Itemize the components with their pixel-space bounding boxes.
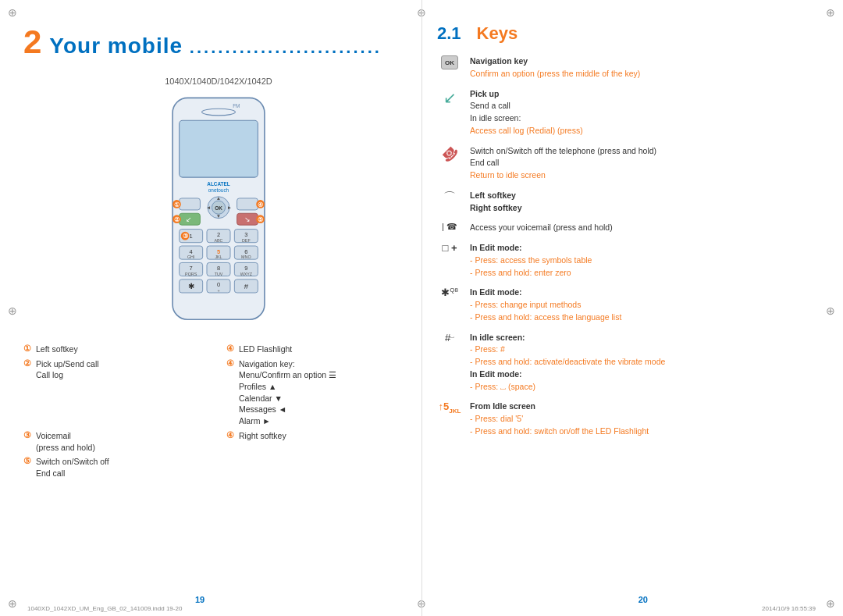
key-desc-hash: In idle screen: - Press: # - Press and h… (470, 332, 665, 393)
key-entry-vm: | ☎ Access your voicemail (press and hol… (437, 222, 820, 234)
end-call-icon: ☎ (437, 141, 461, 166)
left-page: 2 Your mobile ..........................… (23, 23, 414, 593)
annotation-2: ② Pick up/Send callCall log (23, 358, 211, 427)
key-desc-call: Pick up Send a call In idle screen: Acce… (470, 88, 583, 137)
key-desc-softleft: Left softkey Right softkey (470, 190, 522, 215)
key-desc-end: Switch on/Switch off the telephone (pres… (470, 145, 656, 182)
softleft-icon: ⌒ (443, 190, 456, 206)
phone-annotations: ① Left softkey ④ LED Flashlight ② Pick u… (23, 344, 414, 479)
key-entry-hash: #⎵ In idle screen: - Press: # - Press an… (437, 332, 820, 393)
svg-rect-3 (180, 120, 258, 177)
svg-text:PQRS: PQRS (185, 272, 197, 276)
svg-rect-6 (180, 198, 201, 210)
star-icon: ✱Q8 (441, 287, 458, 298)
chapter-title: Your mobile ........................... (49, 34, 382, 59)
section-number: 2.1 (437, 23, 461, 44)
svg-text:TUV: TUV (215, 272, 223, 276)
annotation-nav: ④ Navigation key:Menu/Confirm an option … (226, 358, 414, 427)
key-icon-hash: #⎵ (437, 332, 462, 344)
key-icon-softleft: ⌒ (437, 190, 462, 206)
svg-text:+: + (217, 288, 219, 293)
svg-text:DEF: DEF (242, 238, 251, 243)
page-number-left: 19 (195, 595, 205, 604)
reg-mark-mid-right: ⊕ (824, 304, 837, 317)
reg-mark-bot-left: ⊕ (6, 597, 19, 610)
page-divider (422, 0, 422, 616)
key-icon-zero: □ + (437, 242, 462, 254)
svg-text:③: ③ (183, 233, 188, 240)
svg-text:②: ② (174, 216, 180, 223)
svg-text:onetouch: onetouch (208, 187, 229, 193)
svg-text:FM: FM (233, 103, 240, 109)
svg-text:GHI: GHI (187, 255, 195, 259)
svg-text:↙: ↙ (187, 215, 193, 223)
key-icon-ok: OK (437, 55, 462, 69)
svg-text:WXYZ: WXYZ (240, 272, 253, 276)
key-entry-zero: □ + In Edit mode: - Press: access the sy… (437, 242, 820, 279)
reg-mark-bot-right: ⊕ (824, 597, 837, 610)
svg-text:①: ① (174, 201, 180, 208)
key-icon-star: ✱Q8 (437, 287, 462, 298)
reg-mark-top-left: ⊕ (6, 6, 19, 19)
section-title: Keys (477, 23, 518, 44)
model-number: 1040X/1040D/1042X/1042D (23, 77, 414, 86)
footer-left: 1040XD_1042XD_UM_Eng_GB_02_141009.indd 1… (27, 605, 182, 612)
hash-icon: #⎵ (445, 332, 454, 344)
svg-text:►: ► (227, 205, 232, 210)
svg-text:▼: ▼ (216, 213, 221, 219)
svg-text:ALCATEL: ALCATEL (207, 181, 230, 187)
key-entry-five: ↑5JKL From Idle screen - Press: dial '5'… (437, 401, 820, 437)
keys-section: OK Navigation key Confirm an option (pre… (437, 55, 820, 438)
key-icon-end: ☎ (437, 145, 462, 162)
svg-text:JKL: JKL (215, 255, 222, 259)
svg-text:④: ④ (258, 201, 263, 208)
key-desc-star: In Edit mode: - Press: change input meth… (470, 287, 621, 323)
key-desc-vm: Access your voicemail (press and hold) (470, 222, 613, 234)
annotation-led: ④ LED Flashlight (226, 344, 414, 355)
key-desc-zero: In Edit mode: - Press: access the symbol… (470, 242, 592, 279)
key-entry-ok: OK Navigation key Confirm an option (pre… (437, 55, 820, 80)
voicemail-icon: | ☎ (442, 222, 457, 232)
svg-text:MNO: MNO (241, 255, 251, 259)
key-entry-call: ↙ Pick up Send a call In idle screen: Ac… (437, 88, 820, 137)
key-icon-five: ↑5JKL (437, 401, 462, 415)
section-heading: 2.1 Keys (437, 23, 820, 44)
reg-mark-top-right: ⊕ (824, 6, 837, 19)
key-entry-star: ✱Q8 In Edit mode: - Press: change input … (437, 287, 820, 323)
key-entry-softkeys: ⌒ Left softkey Right softkey (437, 190, 820, 215)
svg-rect-10 (237, 198, 258, 210)
phone-image: FM ALCATEL onetouch OK ↙ ↘ ▲ ▼ ◄ (148, 94, 289, 328)
annotation-3: ③ Voicemail(press and hold) (23, 430, 211, 453)
zero-icon: □ + (442, 242, 457, 254)
reg-mark-mid-left: ⊕ (6, 304, 19, 317)
page-number-right: 20 (638, 595, 648, 604)
key-desc-five: From Idle screen - Press: dial '5' - Pre… (470, 401, 649, 437)
key-icon-vm: | ☎ (437, 222, 462, 232)
svg-text:↘: ↘ (245, 215, 251, 223)
svg-text:OK: OK (215, 205, 222, 211)
five-icon: ↑5JKL (439, 401, 461, 415)
key-desc-ok: Navigation key Confirm an option (press … (470, 55, 640, 80)
svg-text:✱: ✱ (188, 282, 194, 290)
call-icon: ↙ (443, 88, 457, 107)
svg-text:◄: ◄ (206, 205, 211, 210)
svg-text:1: 1 (190, 233, 193, 240)
annotation-4: ④ Right softkey (226, 430, 414, 453)
footer-right: 2014/10/9 16:55:39 (762, 605, 816, 612)
annotation-5: ⑤ Switch on/Switch offEnd call (23, 456, 211, 479)
svg-text:#: # (244, 282, 249, 290)
annotation-1: ① Left softkey (23, 344, 211, 355)
svg-text:⑤: ⑤ (258, 216, 263, 223)
right-page: 2.1 Keys OK Navigation key Confirm an op… (437, 23, 820, 593)
ok-icon: OK (441, 55, 458, 69)
key-entry-end: ☎ Switch on/Switch off the telephone (pr… (437, 145, 820, 182)
svg-text:ABC: ABC (215, 238, 223, 243)
chapter-number: 2 (23, 23, 41, 61)
svg-text:▲: ▲ (216, 195, 221, 201)
chapter-heading: 2 Your mobile ..........................… (23, 23, 414, 61)
key-icon-call: ↙ (437, 88, 462, 107)
phone-container: FM ALCATEL onetouch OK ↙ ↘ ▲ ▼ ◄ (23, 94, 414, 328)
